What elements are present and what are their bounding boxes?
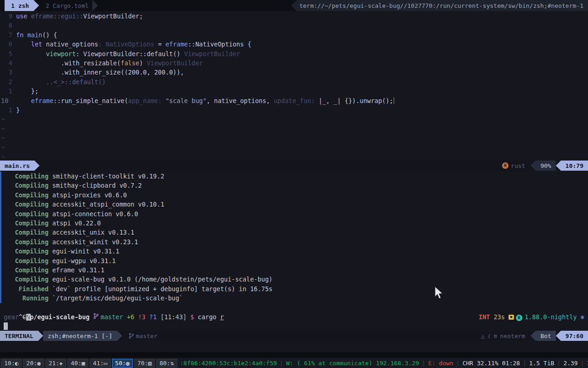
workspace-number: 21: bbox=[49, 360, 59, 367]
cargo-status-label: Compiling bbox=[4, 210, 49, 218]
line-number: 3 bbox=[0, 68, 12, 77]
statusline-progress: 90% bbox=[536, 161, 555, 171]
workspace-button[interactable]: 20:◉ bbox=[23, 359, 44, 368]
cargo-status-text: egui-wgpu v0.31.1 bbox=[49, 257, 116, 264]
cargo-status-label: Compiling bbox=[4, 266, 49, 274]
code-segment: .with_inner_size((200.0, 200.0)), bbox=[16, 69, 184, 76]
workspace-button[interactable]: 70:▤ bbox=[134, 359, 155, 368]
terminal-line: Compiling eframe v0.31.1 bbox=[0, 265, 588, 275]
empty-line-tilde: ~ bbox=[0, 152, 588, 161]
code-segment: ::run_simple_native( bbox=[53, 97, 128, 104]
workspace-icon: ✚ bbox=[59, 360, 63, 367]
terminal-line: Finished `dev` profile [unoptimized + de… bbox=[0, 284, 588, 293]
workspace-number: 80: bbox=[159, 360, 170, 367]
cargo-status-label: Compiling bbox=[4, 191, 49, 199]
powerline-separator bbox=[38, 331, 43, 341]
status-text: down bbox=[439, 360, 453, 367]
code-segment: ViewportBuilder bbox=[147, 59, 203, 67]
statusline-position: 10:79 bbox=[561, 161, 588, 171]
status-separator: | bbox=[554, 360, 564, 367]
editor-cursor bbox=[394, 97, 394, 104]
workspace-number: 20: bbox=[26, 360, 37, 367]
powerline-separator bbox=[556, 161, 561, 171]
tab-zsh[interactable]: 1 zsh bbox=[5, 0, 34, 11]
status-segment: CHR 32.11% 01:28 bbox=[463, 360, 520, 367]
flask-icon: △ bbox=[481, 333, 485, 339]
code-segment: eframe bbox=[31, 97, 54, 104]
code-line: 2 ..<_>::default() bbox=[0, 77, 588, 86]
workspace-icon: ▭ bbox=[104, 360, 107, 367]
powerline-separator bbox=[531, 161, 536, 171]
tab-cargo-toml[interactable]: 2 Cargo.toml bbox=[39, 0, 92, 11]
line-number: 9 bbox=[0, 12, 12, 21]
cargo-status-label: Compiling bbox=[4, 257, 49, 264]
powerline-separator bbox=[34, 0, 39, 11]
workspace-button[interactable]: 40:▣ bbox=[68, 359, 88, 368]
tabline: 1 zsh 2 Cargo.toml term://~/pets/egui-sc… bbox=[0, 0, 588, 11]
plugin-label: neoterm bbox=[500, 333, 526, 339]
last-signal-indicator: INT bbox=[479, 313, 490, 321]
workspace-button[interactable]: 50:◍ bbox=[112, 359, 133, 368]
terminal-line: Compiling egui-wgpu v0.31.1 bbox=[0, 256, 588, 265]
statusline-position: 97:60 bbox=[561, 331, 588, 341]
rust-toolchain-icon: R bbox=[516, 315, 522, 321]
mode-indicator: TERMINAL bbox=[0, 331, 38, 341]
prompt-path: ~/p/egui-scale-bug bbox=[23, 313, 90, 321]
statusline-filetype: R rust bbox=[502, 161, 531, 171]
status-segment: W: ( 61% at communicate) 192.168.3.29 bbox=[286, 360, 419, 367]
workspace-icon: ◉ bbox=[37, 360, 41, 367]
code-line: 4 .with_resizable(false) ViewportBuilder bbox=[0, 58, 588, 68]
prompt-left: gear ~/p/egui-scale-bug master +6 !3 ?1 … bbox=[4, 312, 224, 322]
workspace-button[interactable]: 21:✚ bbox=[45, 359, 66, 368]
cargo-status-text: accesskit_winit v0.23.1 bbox=[49, 238, 138, 246]
code-segment bbox=[16, 40, 31, 48]
terminal-pane[interactable]: Compiling smithay-client-toolkit v0.19.2… bbox=[0, 171, 588, 331]
cargo-status-text: accesskit_unix v0.13.1 bbox=[49, 229, 135, 236]
code-segment: app_name: bbox=[128, 97, 165, 104]
cargo-status-text: eframe v0.31.1 bbox=[49, 266, 105, 274]
status-text: W: ( 61% at communicate) 192.168.3.29 bbox=[286, 360, 419, 367]
workspace-button[interactable]: 41:▭ bbox=[90, 359, 110, 368]
rust-toolchain-version: 1.88.0-nightly bbox=[525, 313, 577, 321]
code-segment: : bbox=[76, 50, 83, 58]
status-segment: 2.39 bbox=[563, 360, 577, 367]
code-segment: } bbox=[16, 106, 20, 114]
workspace-icon: ◐ bbox=[15, 360, 18, 367]
code-segment: update_fun: bbox=[274, 97, 319, 104]
editor-buffer[interactable]: 9use eframe::egui::ViewportBuilder;87fn … bbox=[0, 11, 588, 161]
line-number: 10 bbox=[0, 96, 12, 105]
workspace-button[interactable]: 10:◐ bbox=[1, 359, 22, 368]
command-duration: 23s bbox=[494, 313, 505, 321]
status-text: CHR 32.11% 01:28 bbox=[463, 360, 520, 367]
statusline-plugin-area: △ ❬ ≡ neoterm bbox=[481, 331, 531, 341]
cargo-status-text: smithay-clipboard v0.7.2 bbox=[49, 182, 142, 189]
branch-label: master bbox=[136, 333, 158, 339]
code-text: viewport: ViewportBuilder::default() Vie… bbox=[12, 49, 240, 58]
workspace-number: 40: bbox=[71, 360, 81, 367]
code-text: .with_resizable(false) ViewportBuilder bbox=[12, 58, 203, 68]
terminal-buffer-name: zsh;#neoterm-1 [-] bbox=[43, 331, 117, 341]
code-text: eframe::run_simple_native(app_name: "sca… bbox=[12, 96, 394, 105]
code-text: let native_options: NativeOptions = efra… bbox=[12, 40, 251, 49]
code-line: 1} bbox=[0, 105, 588, 115]
typed-command[interactable]: cargo bbox=[198, 313, 220, 321]
cargo-status-text: atspi-connection v0.6.0 bbox=[49, 210, 138, 218]
line-number: 5 bbox=[0, 49, 12, 58]
code-text: ..<_>::default() bbox=[12, 77, 106, 86]
code-line: 7fn main() { bbox=[0, 30, 588, 40]
workspace-number: 41: bbox=[93, 360, 103, 367]
chevron-left-icon: ❬ bbox=[487, 333, 491, 339]
nix-snowflake-icon: ✻ bbox=[581, 313, 584, 321]
workspace-button[interactable]: 80:⇅ bbox=[156, 359, 177, 368]
code-line: 8 bbox=[0, 21, 588, 30]
workspace-icon: ▤ bbox=[148, 360, 152, 367]
line-number: 7 bbox=[0, 30, 12, 40]
code-segment: ) bbox=[139, 59, 147, 67]
powerline-separator bbox=[556, 331, 561, 341]
workspace-number: 70: bbox=[137, 360, 148, 367]
empty-line-tilde: ~ bbox=[0, 143, 588, 152]
code-segment bbox=[16, 97, 31, 104]
empty-line-tilde: ~ bbox=[0, 115, 588, 124]
code-segment: main bbox=[27, 31, 42, 39]
git-branch-icon bbox=[93, 313, 101, 321]
